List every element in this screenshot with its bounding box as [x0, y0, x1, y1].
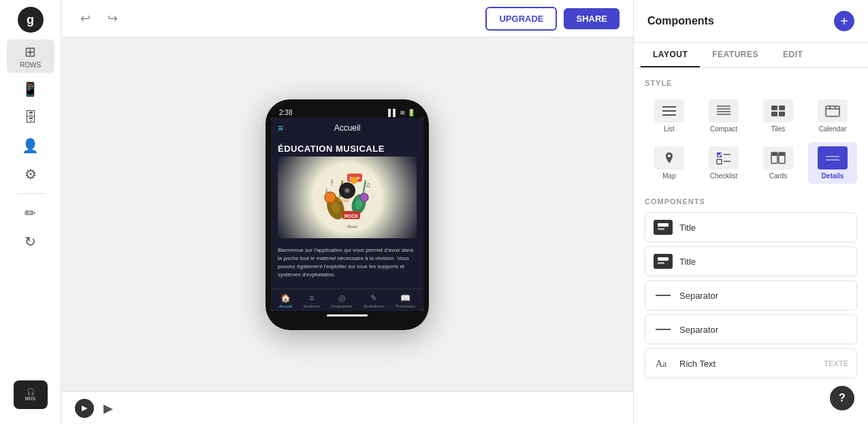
rows-label: ROWS	[20, 61, 41, 69]
sidebar-item-edit[interactable]: ✏	[7, 201, 54, 225]
home-icon: 🏠	[280, 293, 291, 303]
style-cards[interactable]: Cards	[754, 142, 803, 184]
separator-2-label: Separator	[679, 325, 718, 335]
svg-rect-31	[779, 105, 785, 110]
sidebar-item-settings[interactable]: ⚙	[7, 162, 54, 186]
cinquiemes-icon: ◎	[338, 293, 345, 303]
user-icon: 👤	[22, 137, 39, 154]
app-logo: 🎧 MUS	[14, 380, 48, 409]
sidebar-divider	[17, 193, 44, 194]
hamburger-icon: ≡	[278, 123, 283, 133]
rich-text-sub: TEXTE	[824, 359, 848, 368]
map-style-icon	[654, 146, 684, 169]
svg-rect-41	[717, 159, 722, 164]
style-list[interactable]: List	[645, 95, 694, 137]
play-button[interactable]: ▶	[75, 399, 94, 418]
tiles-style-icon	[763, 99, 793, 123]
help-button[interactable]: ?	[830, 386, 854, 410]
svg-rect-50	[658, 223, 669, 227]
checklist-style-icon	[709, 146, 739, 169]
phone-bottom-nav: 🏠 Accueil ≡ Sixièmes ◎ Cinquièmes ✎ Quat…	[271, 289, 423, 311]
svg-rect-34	[826, 106, 839, 116]
style-map[interactable]: Map	[645, 142, 694, 184]
table-icon: ⊞	[25, 44, 36, 60]
svg-text:ROCK: ROCK	[344, 214, 359, 218]
style-tiles[interactable]: Tiles	[754, 95, 803, 137]
music-illustration: POP ROCK ♪ ♫ 𝄞 Music Music	[310, 160, 385, 235]
add-component-button[interactable]: +	[834, 11, 854, 31]
svg-rect-32	[771, 112, 777, 116]
phone-nav-bar: ≡ Accueil	[271, 118, 423, 138]
component-title-2[interactable]: Title	[645, 246, 857, 276]
share-button[interactable]: SHARE	[564, 8, 620, 29]
sidebar-item-user[interactable]: 👤	[7, 133, 54, 158]
tiles-style-label: Tiles	[771, 125, 786, 133]
list-style-icon	[654, 99, 684, 123]
style-calendar[interactable]: Calendar	[808, 95, 857, 137]
phone-time: 2:38	[279, 109, 292, 116]
svg-rect-30	[771, 105, 777, 110]
sidebar-item-rows[interactable]: ⊞ ROWS	[7, 39, 54, 73]
phone-nav-troisiemes: 📖 Troisièmes	[396, 293, 415, 308]
style-checklist[interactable]: Checklist	[699, 142, 748, 184]
svg-point-20	[360, 193, 368, 201]
cards-style-label: Cards	[769, 172, 788, 180]
home-bar	[327, 314, 368, 316]
phone-text-area: Bienvenue sur l'application qui vous per…	[271, 241, 423, 289]
sidebar: g ⊞ ROWS 📱 🗄 👤 ⚙ ✏ ↻ 🎧 MUS	[0, 0, 61, 424]
phone-icons: ▌▌ ≋ 🔋	[388, 109, 415, 116]
database-icon: 🗄	[24, 110, 37, 125]
phone-nav-quatriemes: ✎ Quatrièmes	[364, 293, 385, 308]
undo-button[interactable]: ↩	[75, 8, 95, 29]
phone-hero: ÉDUCATION MUSICALE	[271, 138, 423, 241]
details-style-label: Details	[822, 172, 844, 180]
phone-nav-title: Accueil	[334, 123, 361, 133]
quatriemes-icon: ✎	[370, 293, 377, 303]
svg-point-38	[668, 154, 671, 157]
refresh-icon: ↻	[25, 233, 36, 250]
component-rich-text[interactable]: Aa Rich Text TEXTE	[645, 348, 857, 378]
panel-title: Components	[647, 15, 714, 27]
style-compact[interactable]: Compact	[699, 95, 748, 137]
main-area: ↩ ↪ UPGRADE SHARE 2:38 ▌▌ ≋ 🔋 ≡ Accueil	[61, 0, 633, 424]
redo-button[interactable]: ↪	[102, 8, 123, 29]
panel-tabs: LAYOUT FEATURES EDIT	[634, 43, 868, 68]
components-section-label: COMPONENTS	[645, 197, 857, 206]
sidebar-item-refresh[interactable]: ↻	[7, 229, 54, 254]
upgrade-button[interactable]: UPGRADE	[485, 7, 557, 31]
component-separator-1[interactable]: Separator	[645, 280, 857, 310]
help-icon: ?	[839, 392, 846, 404]
separator-2-icon	[654, 322, 673, 337]
phone-icon: 📱	[22, 81, 39, 97]
settings-icon: ⚙	[25, 166, 37, 182]
toolbar: ↩ ↪ UPGRADE SHARE	[61, 0, 633, 37]
sidebar-item-phone[interactable]: 📱	[7, 77, 54, 101]
nav-label-cinquiemes: Cinquièmes	[331, 304, 353, 308]
panel-header: Components +	[634, 0, 868, 43]
nav-label-quatriemes: Quatrièmes	[364, 304, 385, 308]
svg-text:Aa: Aa	[656, 359, 667, 369]
tab-edit[interactable]: EDIT	[771, 43, 815, 67]
svg-rect-46	[779, 152, 785, 156]
sidebar-item-database[interactable]: 🗄	[7, 105, 54, 129]
preview-button[interactable]: ▶	[103, 401, 113, 416]
tab-features[interactable]: FEATURES	[700, 43, 771, 67]
sixiemes-icon: ≡	[309, 293, 314, 303]
component-separator-2[interactable]: Separator	[645, 314, 857, 344]
style-details[interactable]: Details	[808, 142, 857, 184]
troisiemes-icon: 📖	[400, 293, 411, 303]
details-style-icon	[818, 146, 848, 169]
avatar[interactable]: g	[18, 7, 44, 33]
checklist-style-label: Checklist	[710, 172, 738, 180]
compact-style-icon	[709, 99, 739, 123]
tab-layout[interactable]: LAYOUT	[641, 43, 700, 67]
nav-label-accueil: Accueil	[279, 304, 292, 308]
phone-nav-sixiemes: ≡ Sixièmes	[303, 293, 319, 308]
phone-hero-title: ÉDUCATION MUSICALE	[278, 144, 417, 154]
component-title-1[interactable]: Title	[645, 212, 857, 242]
cards-style-icon	[763, 146, 793, 169]
compact-style-label: Compact	[710, 125, 737, 133]
canvas-area: 2:38 ▌▌ ≋ 🔋 ≡ Accueil ÉDUCATION MUSICALE	[61, 37, 633, 391]
map-style-label: Map	[662, 172, 675, 180]
svg-rect-52	[658, 257, 669, 261]
